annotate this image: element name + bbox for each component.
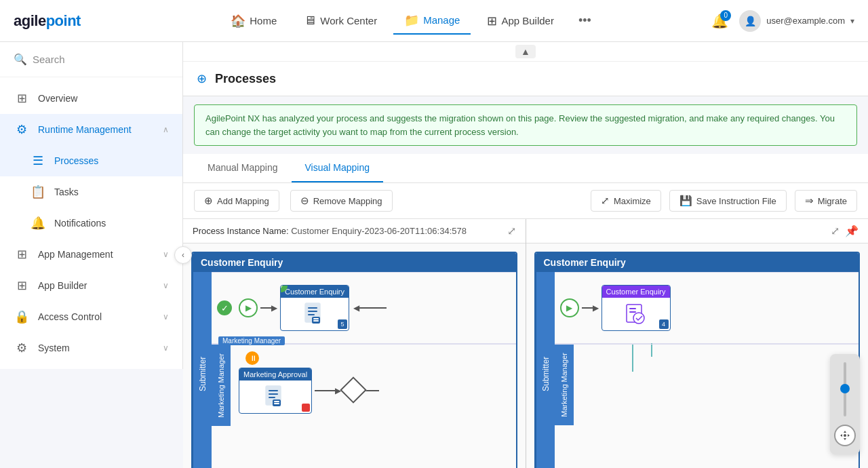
sidebar-item-access-control[interactable]: 🔒 Access Control ∨ [0, 301, 182, 332]
maximize-icon: ⤢ [601, 195, 610, 207]
tab-visual-mapping[interactable]: Visual Mapping [292, 154, 383, 182]
svg-marker-18 [844, 431, 846, 433]
right-mapping-panel: ⤢ 📌 Customer Enquiry Submitter [526, 219, 869, 468]
svg-marker-19 [844, 438, 846, 440]
move-icon [839, 429, 851, 442]
top-collapse-button[interactable]: ▲ [515, 45, 536, 58]
gateway-diamond [340, 376, 367, 404]
tab-manual-mapping[interactable]: Manual Mapping [194, 154, 292, 182]
process-instance-name: Customer Enquiry-2023-06-20T11:06:34:578 [291, 226, 467, 236]
right-swimlanes: Submitter ▶ [536, 272, 859, 468]
nav-items: 🏠 Home 🖥 Work Center 📁 Manage ⊞ App Buil… [108, 7, 711, 35]
right-play-icon: ▶ [566, 303, 572, 313]
svg-rect-10 [269, 397, 275, 398]
sidebar-item-notifications[interactable]: 🔔 Notifications [0, 208, 182, 239]
zoom-move-button[interactable] [834, 425, 856, 446]
access-control-expand-icon: ∨ [163, 312, 169, 321]
top-collapse-bar: ▲ [183, 42, 868, 62]
sidebar-search[interactable]: 🔍 Search [0, 42, 182, 77]
maximize-button[interactable]: ⤢ Maximize [591, 190, 661, 212]
document-list-icon [302, 302, 327, 326]
left-panel-controls: ⤢ [507, 225, 516, 237]
right-panel-pin-icon[interactable]: 📌 [845, 225, 859, 237]
customer-enquiry-title: Customer Enquiry [281, 286, 349, 298]
right-panel-expand-icon[interactable]: ⤢ [831, 225, 840, 237]
zoom-slider-track[interactable] [844, 362, 846, 416]
nav-item-manage[interactable]: 📁 Manage [393, 7, 471, 35]
runtime-management-icon: ⚙ [14, 122, 30, 137]
nav-item-app-builder[interactable]: ⊞ App Builder [476, 8, 565, 34]
nav-item-home[interactable]: 🏠 Home [220, 8, 288, 34]
add-mapping-button[interactable]: ⊕ Add Mapping [194, 190, 279, 212]
notifications-icon: 🔔 [30, 216, 46, 231]
save-instruction-button[interactable]: 💾 Save Instruction File [669, 190, 787, 212]
left-swimlane-label-submitter: Submitter [193, 272, 212, 468]
marketing-manager-label-side: Marketing Manager [217, 353, 225, 418]
sidebar-item-app-builder[interactable]: ⊞ App Builder ∨ [0, 270, 182, 301]
svg-rect-9 [269, 393, 278, 395]
sidebar-nav: ⊞ Overview ⚙ Runtime Management ∧ ☰ Proc… [0, 77, 182, 369]
sidebar-item-system[interactable]: ⚙ System ∨ [0, 332, 182, 364]
left-process-group-header: Customer Enquiry [193, 253, 516, 272]
left-marketing-nodes: ⏸ Marketing Approval [212, 351, 516, 419]
sidebar-wrapper: 🔍 Search ⊞ Overview ⚙ Runtime Management… [0, 42, 183, 468]
nav-more-button[interactable]: ••• [570, 8, 599, 33]
right-swimlane-label-submitter: Submitter [536, 272, 555, 468]
pause-icon: ⏸ [249, 354, 256, 362]
svg-marker-20 [840, 434, 842, 437]
sidebar-item-runtime-management[interactable]: ⚙ Runtime Management ∧ [0, 114, 182, 145]
arrow-right-1: ▶ [260, 303, 277, 313]
svg-rect-17 [629, 311, 636, 313]
left-marketing-approval-node[interactable]: Marketing Approval [239, 368, 312, 414]
user-menu[interactable]: 👤 user@example.com ▾ [739, 10, 854, 32]
notification-badge: 0 [720, 10, 731, 21]
svg-rect-13 [274, 403, 279, 404]
top-navigation: agilepoint 🏠 Home 🖥 Work Center 📁 Manage… [0, 0, 868, 42]
sidebar-toggle-button[interactable]: ‹ [174, 246, 192, 264]
left-submitter-row: ✓ ▶ [212, 272, 516, 344]
back-arrow-1: ◀ [353, 303, 387, 313]
svg-point-15 [633, 313, 644, 324]
tasks-icon: 📋 [30, 184, 46, 199]
user-icon: 👤 [745, 16, 756, 26]
submitter-check-badge: ✓ [217, 300, 232, 315]
overview-icon: ⊞ [14, 91, 30, 106]
submitter-check-container: ✓ [217, 300, 232, 315]
left-start-node[interactable]: ▶ [239, 298, 258, 317]
right-submitter-nodes: ▶ ▶ Cus [555, 279, 676, 336]
nav-right: 🔔 0 👤 user@example.com ▾ [711, 10, 854, 32]
migrate-button[interactable]: ⇒ Migrate [795, 190, 857, 212]
right-start-node[interactable]: ▶ [560, 298, 579, 317]
marketing-approval-body [239, 381, 311, 413]
app-management-expand-icon: ∨ [163, 250, 169, 259]
right-node-badge-4: 4 [659, 319, 669, 329]
sidebar-item-tasks[interactable]: 📋 Tasks [0, 176, 182, 208]
right-swimlane-content: ▶ ▶ Cus [555, 272, 859, 468]
back-button[interactable]: ⊕ [197, 71, 207, 86]
zoom-slider-thumb[interactable] [840, 384, 850, 393]
left-swimlane-content: ✓ ▶ [212, 272, 516, 468]
sidebar-item-overview[interactable]: ⊞ Overview [0, 83, 182, 114]
notification-button[interactable]: 🔔 0 [711, 13, 728, 29]
node-badge-red [302, 404, 310, 412]
app-builder-expand-icon: ∨ [163, 281, 169, 290]
right-process-canvas: Customer Enquiry Submitter ▶ [526, 243, 869, 468]
nav-item-work-center[interactable]: 🖥 Work Center [293, 8, 388, 33]
tabs-bar: Manual Mapping Visual Mapping [183, 154, 868, 183]
alert-banner: AgilePoint NX has analyzed your process … [194, 104, 857, 146]
node-badge-5: 5 [338, 319, 347, 329]
left-panel-expand-icon[interactable]: ⤢ [507, 225, 516, 237]
logo[interactable]: agilepoint [14, 12, 81, 30]
node-check-icon: ✓ [280, 285, 284, 290]
left-customer-enquiry-node[interactable]: ✓ Customer Enquiry [280, 285, 349, 331]
nav-item-home-label: Home [250, 15, 277, 26]
right-customer-enquiry-node[interactable]: Customer Enquiry [601, 285, 671, 331]
left-submitter-nodes: ✓ ▶ [212, 279, 392, 336]
right-process-group-header: Customer Enquiry [536, 253, 859, 272]
sidebar-item-processes[interactable]: ☰ Processes [0, 145, 182, 176]
svg-point-22 [844, 434, 846, 437]
sidebar-item-app-management[interactable]: ⊞ App Management ∨ [0, 239, 182, 270]
left-mapping-panel: Process Instance Name: Customer Enquiry-… [183, 219, 526, 468]
main-layout: 🔍 Search ⊞ Overview ⚙ Runtime Management… [0, 42, 868, 468]
remove-mapping-button[interactable]: ⊖ Remove Mapping [290, 190, 393, 212]
